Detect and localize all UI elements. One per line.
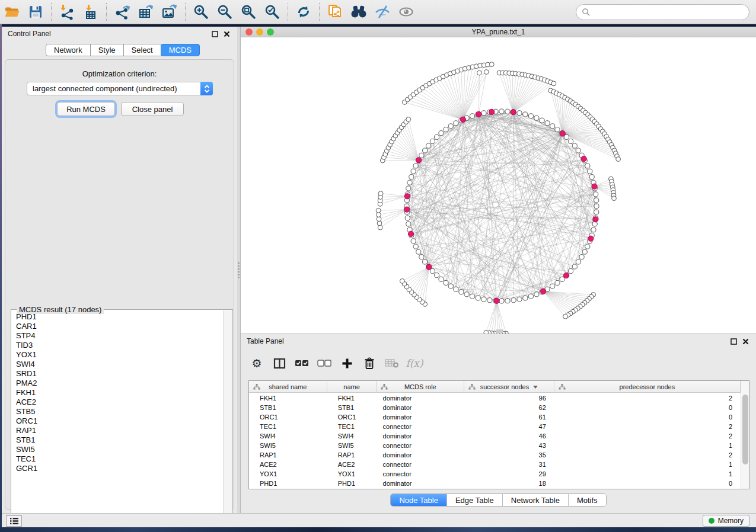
zoom-out-button[interactable] xyxy=(215,2,235,21)
table-row[interactable]: RAP1RAP1dominator352 xyxy=(249,450,741,460)
cell: PHD1 xyxy=(249,479,327,488)
table-row[interactable]: FKH1FKH1dominator962 xyxy=(249,393,741,403)
tab-style[interactable]: Style xyxy=(91,44,124,56)
refresh-layout-button[interactable] xyxy=(294,2,314,21)
cell: 2 xyxy=(554,393,741,403)
network-canvas[interactable] xyxy=(241,37,756,334)
mcds-result-item[interactable]: FKH1 xyxy=(12,388,223,398)
column-namespace-icon xyxy=(381,384,388,390)
mcds-result-item[interactable]: CAR1 xyxy=(12,322,223,331)
mcds-result-item[interactable]: PHD1 xyxy=(12,312,223,322)
mcds-result-item[interactable]: STP4 xyxy=(12,331,223,341)
table-row[interactable]: STB1STB1dominator620 xyxy=(249,403,741,412)
save-floppy-icon xyxy=(28,4,43,20)
network-search-box[interactable] xyxy=(576,4,749,20)
column-visibility-button[interactable] xyxy=(268,352,291,374)
zoom-fit-button[interactable] xyxy=(238,2,259,21)
cell: FKH1 xyxy=(249,393,327,403)
memory-button[interactable]: Memory xyxy=(703,515,749,527)
open-session-button[interactable] xyxy=(2,2,22,21)
close-window-traffic-icon[interactable] xyxy=(245,28,253,36)
table-settings-button[interactable]: ⚙ xyxy=(245,352,268,374)
select-all-button[interactable] xyxy=(291,352,313,374)
search-input[interactable] xyxy=(594,7,749,18)
zoom-in-button[interactable] xyxy=(191,2,211,21)
mcds-result-item[interactable]: GCR1 xyxy=(12,464,223,473)
mcds-result-item[interactable]: SRD1 xyxy=(12,369,223,379)
cell: 47 xyxy=(464,422,554,431)
criterion-value: largest connected component (undirected) xyxy=(27,84,200,93)
mcds-result-item[interactable]: ORC1 xyxy=(12,416,223,426)
table-row[interactable]: SWI4SWI4dominator462 xyxy=(249,431,741,441)
unchecked-boxes-icon xyxy=(317,360,331,367)
column-header-predecessor-nodes[interactable]: predecessor nodes xyxy=(554,381,741,393)
tab-mcds[interactable]: MCDS xyxy=(161,44,200,56)
zoom-selected-button[interactable] xyxy=(262,2,282,21)
tab-select[interactable]: Select xyxy=(124,44,161,56)
table-row[interactable]: PHD1PHD1dominator180 xyxy=(249,479,741,488)
close-panel-icon[interactable] xyxy=(222,29,231,39)
export-network-button[interactable] xyxy=(112,2,132,21)
cell: 35 xyxy=(464,450,554,460)
tab-motifs[interactable]: Motifs xyxy=(568,494,606,506)
cell: SWI4 xyxy=(249,431,327,441)
table-scrollbar-thumb[interactable] xyxy=(742,395,748,464)
first-neighbors-button[interactable] xyxy=(349,2,369,21)
canvas-grip-icon[interactable] xyxy=(496,329,503,333)
node-table-header: shared namenameMCDS rolesuccessor nodesp… xyxy=(249,381,741,393)
table-row[interactable]: TEC1TEC1connector472 xyxy=(249,422,741,431)
tab-edge-table[interactable]: Edge Table xyxy=(446,494,502,506)
maximize-window-traffic-icon[interactable] xyxy=(267,28,274,36)
import-table-button[interactable] xyxy=(81,2,101,21)
hide-selected-button[interactable] xyxy=(372,2,393,21)
add-column-button[interactable] xyxy=(336,352,358,374)
import-network-button[interactable] xyxy=(57,2,77,21)
network-window-titlebar[interactable]: YPA_prune.txt_1 xyxy=(241,27,756,37)
show-all-button[interactable] xyxy=(396,2,416,21)
column-header-MCDS-role[interactable]: MCDS role xyxy=(377,381,464,393)
table-scrollbar[interactable] xyxy=(741,381,749,489)
float-panel-icon[interactable] xyxy=(210,29,219,39)
column-header-shared-name[interactable]: shared name xyxy=(249,381,327,393)
criterion-dropdown[interactable]: largest connected component (undirected) xyxy=(27,82,213,95)
table-row[interactable]: ORC1ORC1dominator610 xyxy=(249,412,741,422)
delete-column-button[interactable] xyxy=(358,352,381,374)
mcds-result-item[interactable]: ACE2 xyxy=(12,398,223,407)
tab-network[interactable]: Network xyxy=(46,44,91,56)
float-table-panel-icon[interactable] xyxy=(729,336,738,346)
mcds-result-item[interactable]: STB5 xyxy=(12,407,223,416)
clone-network-icon xyxy=(327,4,343,20)
table-row[interactable]: SWI5SWI5connector431 xyxy=(249,441,741,450)
eye-slash-icon xyxy=(374,4,391,20)
save-session-button[interactable] xyxy=(25,2,46,21)
table-row[interactable]: ACE2ACE2connector311 xyxy=(249,460,741,469)
mcds-result-item[interactable]: STB1 xyxy=(12,435,223,445)
column-header-name[interactable]: name xyxy=(327,381,377,393)
column-header-successor-nodes[interactable]: successor nodes xyxy=(464,381,554,393)
export-image-button[interactable] xyxy=(160,2,180,21)
mcds-result-item[interactable]: YOX1 xyxy=(12,350,223,360)
mcds-result-item[interactable]: TID3 xyxy=(12,341,223,350)
toolbar-separator xyxy=(51,3,52,21)
mcds-result-item[interactable]: TEC1 xyxy=(12,454,223,464)
cell: SWI4 xyxy=(327,431,377,441)
cell: connector xyxy=(377,469,465,479)
cell: STB1 xyxy=(249,403,327,412)
deselect-all-button[interactable] xyxy=(313,352,336,374)
mcds-result-item[interactable]: SWI5 xyxy=(12,445,223,454)
column-namespace-icon xyxy=(468,384,476,390)
clone-network-button[interactable] xyxy=(325,2,345,21)
close-panel-button[interactable]: Close panel xyxy=(121,102,184,116)
table-row[interactable]: YOX1YOX1connector291 xyxy=(249,469,741,479)
minimize-window-traffic-icon[interactable] xyxy=(256,28,263,36)
run-mcds-button[interactable]: Run MCDS xyxy=(57,102,115,116)
mcds-result-item[interactable]: PMA2 xyxy=(12,379,223,388)
export-table-button[interactable] xyxy=(136,2,156,21)
close-table-panel-icon[interactable] xyxy=(741,336,750,346)
task-history-button[interactable] xyxy=(6,515,22,527)
tab-node-table[interactable]: Node Table xyxy=(391,494,446,506)
mcds-result-item[interactable]: RAP1 xyxy=(12,426,223,435)
mcds-result-item[interactable]: SWI4 xyxy=(12,360,223,369)
mcds-list-scrollbar[interactable] xyxy=(223,310,232,529)
tab-network-table[interactable]: Network Table xyxy=(502,494,568,506)
